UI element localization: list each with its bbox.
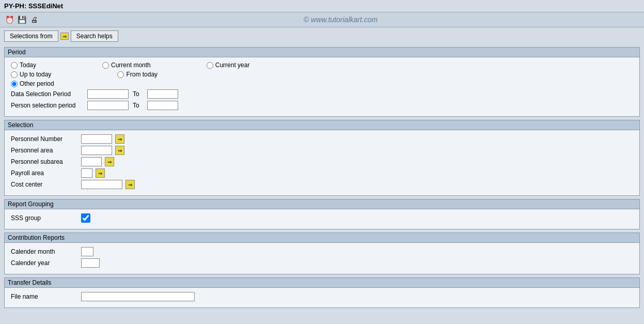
contribution-section: Contribution Reports Calender month Cale… (4, 233, 640, 274)
radio-up-to-today[interactable] (11, 71, 18, 78)
personnel-subarea-input[interactable] (81, 157, 102, 166)
person-selection-period-to-input[interactable] (147, 101, 178, 110)
cost-center-label: Cost center (11, 181, 78, 188)
radio-group-current-month: Current month (102, 61, 151, 69)
cost-center-arrow[interactable]: ⇒ (125, 180, 135, 189)
personnel-number-label: Personnel Number (11, 135, 78, 143)
watermark: © www.tutorialkart.com (41, 16, 640, 24)
to-label-2: To (133, 102, 143, 109)
data-selection-period-to-input[interactable] (147, 89, 178, 99)
file-name-label: File name (11, 293, 78, 300)
contribution-header: Contribution Reports (5, 233, 639, 243)
sss-group-checkbox[interactable] (81, 213, 90, 223)
contribution-body: Calender month Calender year (5, 243, 639, 274)
personnel-area-label: Personnel area (11, 147, 78, 154)
cost-center-input[interactable] (81, 180, 122, 189)
personnel-subarea-label: Personnel subarea (11, 158, 78, 165)
payroll-area-label: Payroll area (11, 169, 78, 177)
period-row-3: Other period (11, 80, 633, 87)
radio-other-period[interactable] (11, 81, 18, 87)
data-selection-period-input[interactable] (87, 89, 129, 99)
radio-current-month[interactable] (102, 62, 109, 69)
selection-header: Selection (5, 120, 639, 130)
report-grouping-section: Report Grouping SSS group (4, 199, 640, 229)
calender-month-input[interactable] (81, 247, 93, 256)
label-other-period: Other period (20, 80, 54, 87)
period-body: Today Current month Current year Up to t… (5, 57, 639, 116)
cost-center-row: Cost center ⇒ (11, 180, 633, 189)
payroll-area-arrow[interactable]: ⇒ (96, 168, 105, 178)
calender-year-label: Calender year (11, 259, 78, 267)
personnel-subarea-row: Personnel subarea ⇒ (11, 157, 633, 166)
period-row-1: Today Current month Current year (11, 61, 633, 69)
clock-icon[interactable]: ⏰ (4, 14, 14, 25)
label-current-year: Current year (215, 61, 250, 69)
search-helps-button[interactable]: Search helps (71, 30, 118, 42)
payroll-area-row: Payroll area ⇒ (11, 168, 633, 178)
print-icon[interactable]: 🖨 (29, 14, 39, 25)
period-row-2: Up to today From today (11, 71, 633, 78)
person-selection-period-row: Person selection period To (11, 101, 633, 110)
personnel-area-arrow[interactable]: ⇒ (115, 146, 124, 155)
report-grouping-body: SSS group (5, 209, 639, 229)
personnel-area-row: Personnel area ⇒ (11, 146, 633, 155)
personnel-subarea-arrow[interactable]: ⇒ (105, 157, 114, 166)
report-grouping-header: Report Grouping (5, 199, 639, 209)
file-name-input[interactable] (81, 292, 195, 301)
radio-group-other-period: Other period (11, 80, 54, 87)
personnel-number-row: Personnel Number ⇒ (11, 134, 633, 144)
data-selection-period-label: Data Selection Period (11, 90, 83, 98)
label-from-today: From today (126, 71, 158, 78)
personnel-area-input[interactable] (81, 146, 112, 155)
radio-today[interactable] (11, 62, 18, 69)
label-up-to-today: Up to today (20, 71, 51, 78)
radio-group-today: Today (11, 61, 36, 69)
person-selection-period-label: Person selection period (11, 102, 83, 109)
toolbar: ⏰ 💾 🖨 © www.tutorialkart.com (0, 12, 644, 27)
calender-year-row: Calender year (11, 258, 633, 268)
title-bar: PY-PH: SSSEdiNet (0, 0, 644, 12)
transfer-details-section: Transfer Details File name (4, 277, 640, 308)
arrow-icon: ⇒ (60, 33, 69, 40)
save-icon[interactable]: 💾 (17, 14, 27, 25)
personnel-number-input[interactable] (81, 134, 112, 144)
label-today: Today (20, 61, 36, 69)
sss-group-label: SSS group (11, 214, 78, 222)
window-title: PY-PH: SSSEdiNet (4, 2, 63, 10)
selection-section: Selection Personnel Number ⇒ Personnel a… (4, 120, 640, 196)
radio-group-up-to-today: Up to today (11, 71, 51, 78)
to-label-1: To (133, 90, 143, 98)
radio-group-current-year: Current year (207, 61, 250, 69)
main-content: Period Today Current month Current year (0, 45, 644, 313)
person-selection-period-input[interactable] (87, 101, 129, 110)
button-bar: Selections from ⇒ Search helps (0, 27, 644, 45)
period-header: Period (5, 48, 639, 57)
payroll-area-input[interactable] (81, 168, 92, 178)
calender-month-row: Calender month (11, 247, 633, 256)
personnel-number-arrow[interactable]: ⇒ (115, 134, 124, 144)
selections-from-button[interactable]: Selections from (4, 30, 58, 42)
label-current-month: Current month (111, 61, 151, 69)
calender-month-label: Calender month (11, 248, 78, 255)
selections-from-label: Selections from (10, 33, 53, 40)
selection-body: Personnel Number ⇒ Personnel area ⇒ Pers… (5, 130, 639, 195)
radio-group-from-today: From today (117, 71, 158, 78)
radio-current-year[interactable] (207, 62, 213, 69)
file-name-row: File name (11, 292, 633, 301)
radio-from-today[interactable] (117, 71, 124, 78)
period-section: Period Today Current month Current year (4, 47, 640, 117)
calender-year-input[interactable] (81, 258, 100, 268)
search-helps-label: Search helps (76, 33, 113, 40)
transfer-details-body: File name (5, 288, 639, 307)
sss-group-row: SSS group (11, 213, 633, 223)
transfer-details-header: Transfer Details (5, 278, 639, 288)
data-selection-period-row: Data Selection Period To (11, 89, 633, 99)
